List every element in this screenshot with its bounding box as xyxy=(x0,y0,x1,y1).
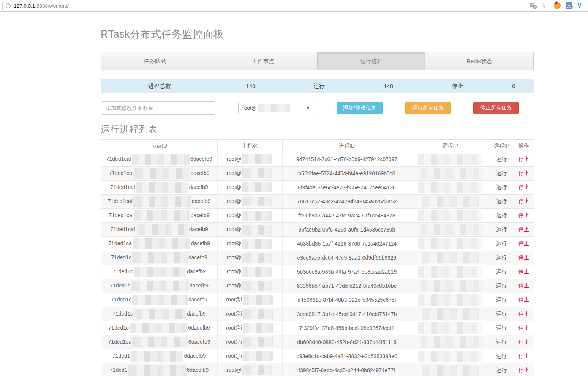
run-link[interactable]: 运行 xyxy=(496,297,507,303)
stop-link[interactable]: 停止 xyxy=(518,325,529,331)
process-id: 7f329f34-37a8-456b-bccf-08e33674cef1 xyxy=(299,325,394,331)
stop-link[interactable]: 停止 xyxy=(518,339,529,345)
process-table: 节点ID 主机名 进程ID 远程IP 远程IP 操作 71ded1caf6dac… xyxy=(101,139,534,376)
node-id-prefix: 71ded1c xyxy=(111,297,131,303)
hostname-cell: root@ xyxy=(218,265,283,279)
process-id: 63056b57-ab71-43dd-b212-8fa49c8b10be xyxy=(297,283,397,289)
node-id-prefix: 71ded1c xyxy=(112,311,133,317)
stop-link[interactable]: 停止 xyxy=(518,282,529,289)
run-link[interactable]: 运行 xyxy=(496,254,507,260)
page-info-icon[interactable]: i xyxy=(6,3,11,8)
extension-v-icon[interactable]: V xyxy=(577,2,582,10)
run-all-tasks-button[interactable]: 运行所有任务 xyxy=(405,102,451,114)
run-cell: 运行 xyxy=(489,237,514,251)
process-id: b55f3fae-5724-445d-bf4a-e9190169b5c0 xyxy=(298,170,395,176)
hostname-prefix: root@ xyxy=(227,268,241,274)
stop-link[interactable]: 停止 xyxy=(518,297,529,303)
run-link[interactable]: 运行 xyxy=(496,184,507,190)
run-link[interactable]: 运行 xyxy=(496,198,507,204)
run-link[interactable]: 运行 xyxy=(496,325,507,331)
redacted-hostname xyxy=(242,253,272,263)
remote-ip-cell xyxy=(411,152,489,167)
redacted-hostname xyxy=(242,197,272,206)
extension-orange-icon[interactable] xyxy=(554,2,561,9)
header-remote-ip-2: 远程IP xyxy=(489,140,514,152)
stop-link[interactable]: 停止 xyxy=(518,226,529,232)
redacted-node-id xyxy=(132,337,188,347)
process-id-cell: fd90b8a3-a442-47fe-9a24-61f1ce484378 xyxy=(283,209,411,223)
hostname-prefix: root@ xyxy=(227,156,241,162)
process-id-cell: d450661e-87bf-48b3-921e-5345525c675f xyxy=(283,293,411,307)
stop-link[interactable]: 停止 xyxy=(518,311,529,317)
run-link[interactable]: 运行 xyxy=(496,367,507,373)
run-link[interactable]: 运行 xyxy=(496,339,507,345)
redacted-hostname xyxy=(243,323,273,333)
node-id-cell: 71ded1cdacefb9 xyxy=(101,265,218,279)
process-id-cell: 3ddd0817-3b1e-45ed-9d17-410cbf75147b xyxy=(283,307,411,321)
redacted-node-id xyxy=(132,154,190,165)
tab-bar: 任务队列 工作节点 运行进程 Redis状态 xyxy=(101,52,534,70)
hostname-prefix: root@ xyxy=(227,226,241,232)
actions-cell: 停止 xyxy=(514,223,534,237)
node-id-suffix: dacefb9 xyxy=(191,170,210,176)
process-id: f398c5f7-6adc-4cd5-b244-0b824971e77f xyxy=(299,367,395,373)
remote-ip-cell xyxy=(411,293,489,307)
run-cell: 运行 xyxy=(489,335,514,349)
redacted-remote-ip xyxy=(418,294,482,306)
run-link[interactable]: 运行 xyxy=(496,226,507,232)
tab-redis-status[interactable]: Redis状态 xyxy=(425,52,534,70)
stop-link[interactable]: 停止 xyxy=(518,156,529,162)
stop-link[interactable]: 停止 xyxy=(518,254,529,260)
stop-link[interactable]: 停止 xyxy=(518,198,529,204)
redacted-remote-ip xyxy=(418,154,482,165)
tab-running-processes[interactable]: 运行进程 xyxy=(318,52,426,70)
process-id: b93e6c1c-cab9-4a81-8832-e3d6363398e0 xyxy=(296,353,397,359)
node-id-prefix: 71ded1 xyxy=(110,367,128,373)
process-id: d450661e-87bf-48b3-921e-5345525c675f xyxy=(297,297,396,303)
process-id-cell: db608d40-0880-452b-8d21-337c44f51116 xyxy=(283,335,411,349)
process-id: 78617c67-43c2-4242-8f74-845a326d3a52 xyxy=(297,198,397,205)
stop-link[interactable]: 停止 xyxy=(518,240,529,246)
stop-link[interactable]: 停止 xyxy=(518,170,529,176)
run-link[interactable]: 运行 xyxy=(496,268,507,274)
worker-select[interactable]: root@ ▼ xyxy=(238,102,314,114)
stop-all-tasks-button[interactable]: 停止所有任务 xyxy=(473,102,519,114)
redacted-hostname xyxy=(242,239,272,249)
tab-task-queue[interactable]: 任务队列 xyxy=(101,52,209,70)
node-id-cell: 71ded16dacefb9 xyxy=(101,363,218,376)
stop-link[interactable]: 停止 xyxy=(518,212,529,218)
stop-link[interactable]: 停止 xyxy=(518,367,529,373)
hostname-cell: root@ xyxy=(218,363,283,376)
actions-cell: 停止 xyxy=(514,265,534,279)
node-id-cell: 71ded1cafdacefb9 xyxy=(101,181,218,195)
run-link[interactable]: 运行 xyxy=(496,311,507,317)
bookmark-star-icon[interactable]: ☆ xyxy=(541,3,546,9)
run-link[interactable]: 运行 xyxy=(496,212,507,218)
run-link[interactable]: 运行 xyxy=(496,170,507,176)
node-id-prefix: 71ded1caf xyxy=(109,212,133,218)
extension-translate-icon[interactable]: 文 xyxy=(566,2,572,9)
run-link[interactable]: 运行 xyxy=(496,282,507,289)
run-link[interactable]: 运行 xyxy=(496,156,507,162)
add-modify-task-button[interactable]: 添加/修改任务 xyxy=(337,102,383,114)
url-text[interactable]: 127.0.0.1:8888/workers/ xyxy=(14,3,530,9)
stop-link[interactable]: 停止 xyxy=(518,268,529,274)
extensions-area: 文 V xyxy=(554,2,582,10)
node-id-prefix: 71ded1ca xyxy=(108,339,131,345)
stop-link[interactable]: 停止 xyxy=(518,353,529,359)
page-title: RTask分布式任务监控面板 xyxy=(101,27,588,41)
run-link[interactable]: 运行 xyxy=(496,240,507,246)
node-id-suffix: dacefb9 xyxy=(189,184,208,190)
node-id-suffix: 6dacefb9 xyxy=(188,325,210,331)
tab-worker-nodes[interactable]: 工作节点 xyxy=(209,52,318,70)
translate-page-icon[interactable]: 文 A xyxy=(530,3,537,9)
task-count-input[interactable] xyxy=(101,101,215,115)
remote-ip-cell xyxy=(411,237,489,251)
run-link[interactable]: 运行 xyxy=(496,353,507,359)
address-bar[interactable]: i 127.0.0.1:8888/workers/ 文 A ☆ xyxy=(2,2,549,10)
process-id: 6f9f4da5-ce6c-4e78-b55e-2412cee54136 xyxy=(298,184,396,190)
actions-cell: 停止 xyxy=(514,321,534,335)
stop-link[interactable]: 停止 xyxy=(518,184,529,190)
process-id-cell: b55f3fae-5724-445d-bf4a-e9190169b5c0 xyxy=(283,167,411,181)
hostname-cell: root@ xyxy=(218,251,283,265)
